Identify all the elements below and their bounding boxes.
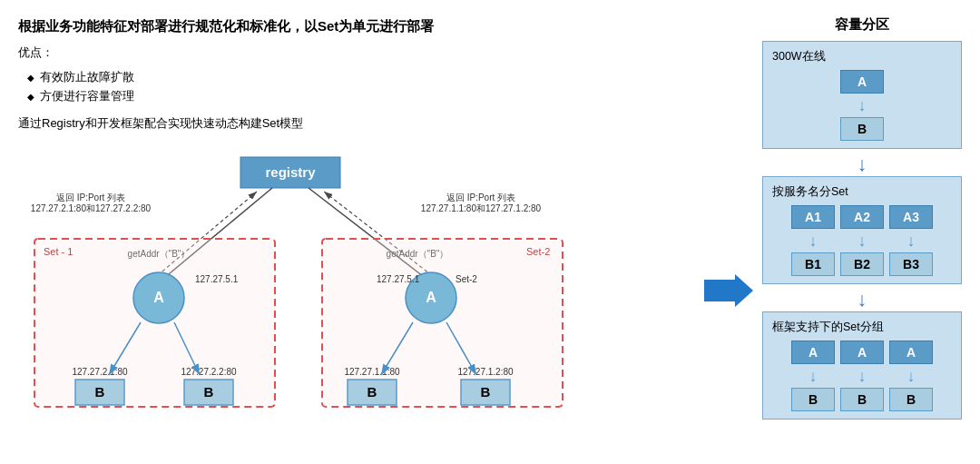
section3-label: 框架支持下的Set分组 bbox=[772, 320, 884, 335]
svg-text:B: B bbox=[481, 384, 491, 400]
section2-row-a: A1 ↓ B1 A2 ↓ B2 A3 ↓ B3 bbox=[791, 205, 933, 276]
s2-b3: B3 bbox=[889, 252, 933, 276]
svg-text:127.27.2.1:80和127.27.2.2:80: 127.27.2.1:80和127.27.2.2:80 bbox=[31, 203, 152, 213]
diagram-area: registry 返回 IP:Port 列表 127.27.2.1:80和127… bbox=[18, 148, 753, 433]
subtitle: 通过Registry和开发框架配合实现快速动态构建Set模型 bbox=[18, 115, 753, 132]
right-panel-title: 容量分区 bbox=[835, 16, 889, 34]
s3-a2: A bbox=[840, 341, 884, 364]
big-right-arrow bbox=[704, 274, 753, 307]
svg-text:127.27.1.1:80: 127.27.1.1:80 bbox=[344, 367, 400, 377]
bullet-item-1: 有效防止故障扩散 bbox=[27, 68, 753, 87]
svg-text:127.27.5.1: 127.27.5.1 bbox=[377, 274, 420, 284]
svg-text:127.27.5.1: 127.27.5.1 bbox=[195, 274, 239, 284]
svg-text:A: A bbox=[153, 290, 164, 305]
s2-b2: B2 bbox=[840, 252, 884, 276]
section1-node-b: B bbox=[840, 117, 884, 141]
svg-text:返回 IP:Port 列表: 返回 IP:Port 列表 bbox=[446, 193, 515, 202]
arrow-down-1: ↓ bbox=[858, 97, 867, 114]
svg-text:Set-2: Set-2 bbox=[526, 246, 550, 257]
s3-b3: B bbox=[889, 388, 933, 411]
svg-text:B: B bbox=[368, 384, 377, 400]
svg-text:B: B bbox=[95, 384, 105, 400]
right-panel: 容量分区 300W在线 A ↓ B ↓ 按服务名分Set A1 ↓ B1 A2 … bbox=[753, 16, 962, 455]
section2-col-2: A3 ↓ B3 bbox=[889, 205, 933, 276]
s2-a2: A2 bbox=[840, 205, 884, 229]
capacity-section-2: 按服务名分Set A1 ↓ B1 A2 ↓ B2 A3 ↓ B3 bbox=[762, 176, 962, 284]
left-panel: 根据业务功能特征对部署进行规范化和标准化，以Set为单元进行部署 优点： 有效防… bbox=[18, 16, 753, 455]
section2-label: 按服务名分Set bbox=[772, 184, 848, 200]
section1-label: 300W在线 bbox=[772, 49, 826, 64]
svg-text:B: B bbox=[204, 384, 214, 400]
svg-marker-41 bbox=[704, 274, 753, 307]
page-title: 根据业务功能特征对部署进行规范化和标准化，以Set为单元进行部署 bbox=[18, 16, 753, 35]
section3-col-2: A ↓ B bbox=[889, 341, 933, 411]
s3-b1: B bbox=[791, 388, 835, 411]
s2-a1: A1 bbox=[791, 205, 835, 229]
section3-col-1: A ↓ B bbox=[840, 341, 884, 411]
svg-text:A: A bbox=[426, 290, 436, 305]
bullet-list: 有效防止故障扩散 方便进行容量管理 bbox=[27, 68, 753, 106]
section3-row-a: A ↓ B A ↓ B A ↓ B bbox=[791, 341, 933, 411]
bullet-item-2: 方便进行容量管理 bbox=[27, 87, 753, 106]
advantages-label: 优点： bbox=[18, 44, 753, 61]
svg-text:Set - 1: Set - 1 bbox=[44, 246, 73, 257]
section2-col-1: A2 ↓ B2 bbox=[840, 205, 884, 276]
s2-b1: B1 bbox=[791, 252, 835, 276]
svg-text:127.27.1.2:80: 127.27.1.2:80 bbox=[457, 367, 514, 377]
capacity-section-1: 300W在线 A ↓ B bbox=[762, 41, 962, 149]
s3-a1: A bbox=[791, 341, 835, 364]
s3-b2: B bbox=[840, 388, 884, 411]
svg-text:127.27.2.2:80: 127.27.2.2:80 bbox=[181, 367, 237, 377]
svg-text:127.27.2.1:80: 127.27.2.1:80 bbox=[72, 367, 128, 377]
section1-node-a: A bbox=[840, 70, 884, 94]
section2-col-0: A1 ↓ B1 bbox=[791, 205, 835, 276]
diagram-svg: registry 返回 IP:Port 列表 127.27.2.1:80和127… bbox=[18, 148, 695, 433]
s2-a3: A3 bbox=[889, 205, 933, 229]
section3-col-0: A ↓ B bbox=[791, 341, 835, 411]
svg-text:127.27.1.1:80和127.27.1.2:80: 127.27.1.1:80和127.27.1.2:80 bbox=[421, 203, 542, 213]
section-arrow-2: ↓ bbox=[858, 290, 867, 310]
s3-a3: A bbox=[889, 341, 933, 364]
svg-text:Set-2: Set-2 bbox=[456, 274, 477, 284]
svg-text:返回 IP:Port 列表: 返回 IP:Port 列表 bbox=[56, 193, 125, 202]
capacity-section-3: 框架支持下的Set分组 A ↓ B A ↓ B A ↓ B bbox=[762, 311, 962, 420]
svg-text:registry: registry bbox=[265, 164, 316, 180]
section-arrow-1: ↓ bbox=[858, 154, 867, 174]
